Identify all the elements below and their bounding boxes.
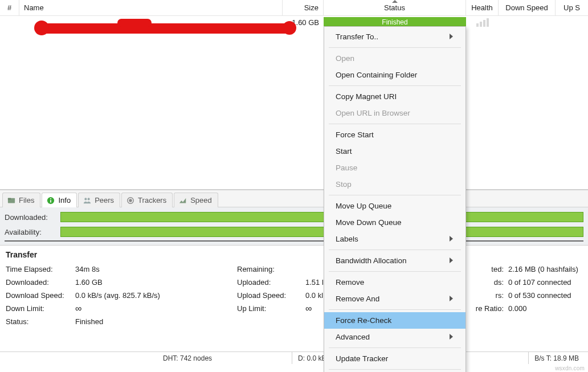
menu-separator xyxy=(329,348,461,348)
downloaded-stat-value: 1.60 GB xyxy=(75,278,103,287)
submenu-arrow-icon xyxy=(450,295,453,303)
status-label: Status: xyxy=(6,317,75,326)
peers-value: 0 of 530 connected xyxy=(508,291,571,300)
menu-force-recheck-label: Force Re-Check xyxy=(336,316,391,325)
share-ratio-label: re Ratio: xyxy=(468,304,508,313)
peers-icon xyxy=(83,197,91,205)
menu-labels-label: Labels xyxy=(336,235,358,243)
speed-icon xyxy=(179,197,187,205)
menu-force-start[interactable]: Force Start xyxy=(324,126,466,143)
col-header-status[interactable]: Status xyxy=(324,0,466,15)
menu-pause[interactable]: Pause xyxy=(324,160,466,176)
menu-move-down-queue[interactable]: Move Down Queue xyxy=(324,214,466,231)
menu-separator xyxy=(329,85,461,86)
upload-speed-label: Upload Speed: xyxy=(237,291,305,300)
menu-open-url[interactable]: Open URL in Browser xyxy=(324,105,466,121)
share-ratio-value: 0.000 xyxy=(508,304,527,313)
menu-remove-and[interactable]: Remove And xyxy=(324,291,466,307)
menu-separator xyxy=(329,124,461,124)
menu-separator xyxy=(329,369,461,370)
menu-stop[interactable]: Stop xyxy=(324,176,466,193)
tab-files-label: Files xyxy=(19,196,34,205)
menu-transfer-to[interactable]: Transfer To.. xyxy=(324,28,466,45)
col-header-down-speed-label: Down Speed xyxy=(505,3,548,12)
col-header-up-speed[interactable]: Up S xyxy=(556,0,588,15)
col-header-down-speed[interactable]: Down Speed xyxy=(499,0,556,15)
statusbar-total-text: B/s T: 18.9 MB xyxy=(534,354,579,362)
statusbar-total[interactable]: B/s T: 18.9 MB xyxy=(528,352,585,364)
files-icon xyxy=(7,197,15,205)
menu-remove-label: Remove xyxy=(336,278,364,287)
availability-label: Availability: xyxy=(5,228,55,236)
downloaded-stat-label: Downloaded: xyxy=(6,278,75,287)
submenu-arrow-icon xyxy=(450,256,453,265)
menu-transfer-to-label: Transfer To.. xyxy=(336,32,378,41)
tab-speed[interactable]: Speed xyxy=(174,193,218,207)
context-menu: Transfer To.. Open Open Containing Folde… xyxy=(324,26,466,372)
menu-advanced[interactable]: Advanced xyxy=(324,329,466,345)
seeds-label: ds: xyxy=(468,278,508,287)
svg-rect-3 xyxy=(51,200,52,202)
statusbar-dht[interactable]: DHT: 742 nodes xyxy=(157,352,218,364)
torrent-list[interactable]: 1.60 GB Finished xyxy=(0,16,588,190)
menu-separator xyxy=(329,195,461,195)
menu-labels[interactable]: Labels xyxy=(324,231,466,247)
tab-info-label: Info xyxy=(58,196,71,205)
menu-remove[interactable]: Remove xyxy=(324,274,466,291)
menu-bandwidth-label: Bandwidth Allocation xyxy=(336,256,407,265)
menu-move-down-label: Move Down Queue xyxy=(336,218,402,227)
statusbar-dht-text: DHT: 742 nodes xyxy=(163,354,212,362)
availability-progress-bar xyxy=(60,227,583,237)
transfer-panel: Transfer Time Elapsed:34m 8s Downloaded:… xyxy=(0,245,588,328)
tab-trackers-label: Trackers xyxy=(138,196,166,205)
status-bar: DHT: 742 nodes D: 0.0 kB B/s T: 18.9 MB xyxy=(0,351,588,364)
col-header-size[interactable]: Size xyxy=(283,0,324,15)
tab-trackers[interactable]: Trackers xyxy=(121,193,173,207)
download-speed-value: 0.0 kB/s (avg. 825.7 kB/s) xyxy=(75,291,160,300)
svg-point-5 xyxy=(85,198,87,200)
col-header-health[interactable]: Health xyxy=(466,0,499,15)
row-size-value: 1.60 GB xyxy=(292,18,319,27)
progress-bars-panel: Downloaded: Availability: xyxy=(0,207,588,245)
menu-copy-magnet[interactable]: Copy Magnet URI xyxy=(324,88,466,105)
menu-open-containing-label: Open Containing Folder xyxy=(336,71,417,79)
menu-advanced-label: Advanced xyxy=(336,333,370,341)
menu-remove-and-label: Remove And xyxy=(336,295,379,303)
col-header-num[interactable]: # xyxy=(0,0,19,15)
tab-files[interactable]: Files xyxy=(2,193,40,207)
menu-open[interactable]: Open xyxy=(324,50,466,67)
downloaded-progress-bar xyxy=(60,212,583,222)
menu-bandwidth-allocation[interactable]: Bandwidth Allocation xyxy=(324,252,466,269)
health-bars-icon xyxy=(476,18,489,27)
menu-stop-label: Stop xyxy=(336,180,352,189)
wasted-label: ted: xyxy=(468,265,508,273)
menu-open-containing-folder[interactable]: Open Containing Folder xyxy=(324,67,466,83)
down-limit-value: ∞ xyxy=(75,304,81,313)
col-header-status-label: Status xyxy=(384,3,405,12)
redacted-torrent-name xyxy=(38,21,293,36)
sort-ascending-icon xyxy=(392,0,398,3)
menu-force-recheck[interactable]: Force Re-Check xyxy=(324,312,466,329)
svg-point-6 xyxy=(88,198,90,200)
menu-update-tracker[interactable]: Update Tracker xyxy=(324,350,466,367)
svg-rect-1 xyxy=(8,198,11,199)
col-header-name[interactable]: Name xyxy=(19,0,283,15)
table-row[interactable]: 1.60 GB Finished xyxy=(0,16,588,28)
submenu-arrow-icon xyxy=(450,333,453,341)
downloaded-label: Downloaded: xyxy=(5,213,55,222)
tab-peers[interactable]: Peers xyxy=(78,193,120,207)
tab-info[interactable]: Info xyxy=(42,193,77,207)
uploaded-label: Uploaded: xyxy=(237,278,305,287)
menu-move-up-queue[interactable]: Move Up Queue xyxy=(324,198,466,214)
menu-start[interactable]: Start xyxy=(324,143,466,160)
menu-move-up-label: Move Up Queue xyxy=(336,202,391,210)
col-header-up-speed-label: Up S xyxy=(564,3,580,12)
status-value: Finished xyxy=(75,317,103,326)
tab-peers-label: Peers xyxy=(95,196,114,205)
menu-copy-magnet-label: Copy Magnet URI xyxy=(336,92,397,101)
svg-point-8 xyxy=(129,199,132,201)
row-status-value: Finished xyxy=(382,18,407,26)
menu-open-url-label: Open URL in Browser xyxy=(336,109,410,117)
menu-separator xyxy=(329,47,461,48)
col-header-size-label: Size xyxy=(304,3,318,12)
